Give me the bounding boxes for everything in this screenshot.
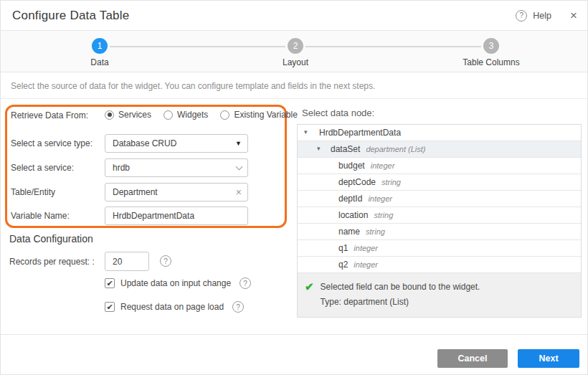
service-type-select[interactable]: ▼ (105, 134, 248, 153)
tree-row-q1[interactable]: q1 integer (298, 240, 581, 257)
description-band: Select the source of data for the widget… (1, 72, 588, 99)
step-2-circle[interactable]: 2 (288, 38, 303, 54)
configure-data-table-dialog: Configure Data Table ? Help × 1 2 3 Data… (0, 0, 588, 375)
tree-row-name[interactable]: name string (298, 224, 581, 240)
request-data-help-icon[interactable]: ? (232, 301, 244, 313)
variable-name-input[interactable] (105, 207, 248, 225)
help-link[interactable]: Help (533, 11, 551, 21)
dropdown-arrow-icon: ▼ (235, 140, 242, 147)
step-2-label[interactable]: Layout (283, 57, 308, 67)
records-per-request-label: Records per request: : (9, 257, 95, 267)
binding-status-panel: ✔ Selected field can be bound to the wid… (298, 273, 581, 317)
records-per-request-input[interactable] (105, 252, 149, 271)
step-3-circle[interactable]: 3 (483, 38, 499, 54)
tree-row-location[interactable]: location string (298, 207, 581, 224)
dialog-header: Configure Data Table ? Help × (1, 1, 588, 31)
data-configuration-heading: Data Configuration (9, 233, 93, 245)
description-text: Select the source of data for the widget… (11, 81, 375, 91)
service-label: Select a service: (11, 163, 74, 173)
update-data-help-icon[interactable]: ? (240, 277, 251, 289)
tree-row-budget[interactable]: budget integer (298, 158, 581, 174)
checkbox-checked-icon: ✔ (105, 302, 115, 312)
tree-row-q2[interactable]: q2 integer (298, 257, 581, 273)
tree-row-deptcode[interactable]: deptCode string (298, 174, 581, 191)
step-connector-1 (110, 46, 285, 47)
caret-down-icon[interactable]: ▾ (317, 145, 321, 152)
help-icon[interactable]: ? (516, 10, 527, 22)
service-select[interactable] (105, 158, 248, 177)
tree-row-deptid[interactable]: deptId integer (298, 191, 581, 207)
radio-selected-icon (105, 110, 114, 120)
tree-row-hrdbdepartmentdata[interactable]: ▾ HrdbDepartmentData (298, 125, 581, 141)
variable-name-label: Variable Name: (11, 211, 70, 221)
step-1-circle[interactable]: 1 (92, 38, 108, 54)
success-check-icon: ✔ (305, 280, 314, 310)
records-help-icon[interactable]: ? (160, 255, 171, 267)
radio-services[interactable]: Services (105, 110, 151, 120)
checkbox-checked-icon: ✔ (105, 278, 115, 288)
step-1-label[interactable]: Data (90, 57, 108, 67)
data-node-tree: ▾ HrdbDepartmentData ▾ dataSet departmen… (297, 124, 582, 318)
tree-row-dataset[interactable]: ▾ dataSet department (List) (298, 141, 581, 158)
cancel-button[interactable]: Cancel (437, 349, 508, 368)
service-type-label: Select a service type: (11, 138, 93, 148)
select-data-node-heading: Select data node: (302, 108, 374, 118)
radio-widgets[interactable]: Widgets (163, 110, 208, 120)
next-button[interactable]: Next (518, 349, 579, 368)
retrieve-data-from-radio-group: Services Widgets Existing Variable (105, 110, 298, 120)
footer-divider (1, 334, 588, 335)
clear-icon[interactable]: × (236, 187, 242, 197)
step-connector-2 (305, 46, 481, 47)
radio-unselected-icon (220, 110, 229, 120)
radio-unselected-icon (163, 110, 173, 120)
retrieve-data-from-label: Retrieve Data From: (11, 110, 88, 120)
radio-existing-variable[interactable]: Existing Variable (220, 110, 298, 120)
step-3-label[interactable]: Table Columns (463, 57, 519, 67)
wizard-stepper: 1 2 3 Data Layout Table Columns (1, 31, 588, 72)
caret-down-icon[interactable]: ▾ (304, 128, 308, 136)
chevron-down-icon (236, 163, 243, 170)
update-data-on-input-change-checkbox[interactable]: ✔ Update data on input change ? (105, 277, 251, 289)
dialog-title: Configure Data Table (12, 9, 129, 23)
table-entity-label: Table/Entity (11, 187, 55, 197)
binding-status-text: Selected field can be bound to the widge… (321, 280, 480, 295)
request-data-on-page-load-checkbox[interactable]: ✔ Request data on page load ? (105, 301, 244, 313)
close-icon[interactable]: × (570, 9, 577, 22)
table-entity-input[interactable]: × (105, 183, 248, 201)
binding-type-text: Type: department (List) (321, 295, 480, 310)
